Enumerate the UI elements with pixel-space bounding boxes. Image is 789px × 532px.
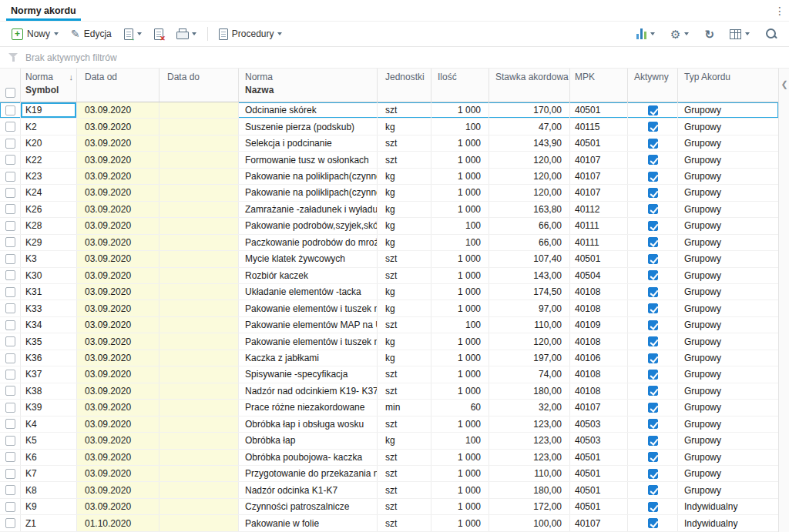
cell-data-od[interactable]: 03.09.2020 <box>77 366 159 382</box>
cell-typ-akordu[interactable]: Grupowy <box>678 218 778 233</box>
column-layout-button[interactable] <box>724 26 755 42</box>
cell-data-do[interactable] <box>159 251 239 266</box>
cell-ilosc[interactable]: 1 000 <box>431 251 489 266</box>
cell-mpk[interactable]: 40108 <box>570 333 628 349</box>
cell-stawka-akordowa[interactable]: 180,00 <box>489 383 570 399</box>
cell-nazwa[interactable]: Spisywanie -specyfikacja <box>239 366 378 382</box>
cell-data-od[interactable]: 03.09.2020 <box>77 202 159 217</box>
cell-stawka-akordowa[interactable]: 110,00 <box>489 317 570 333</box>
row-select-checkbox[interactable] <box>5 139 15 149</box>
cell-stawka-akordowa[interactable]: 47,00 <box>489 119 570 134</box>
cell-mpk[interactable]: 40501 <box>570 450 628 465</box>
table-row[interactable]: K23 03.09.2020 Pakowanie na poliklipach(… <box>0 169 778 185</box>
cell-data-od[interactable]: 03.09.2020 <box>77 466 159 481</box>
aktywny-checkbox[interactable] <box>648 502 658 512</box>
cell-mpk[interactable]: 40501 <box>570 251 628 266</box>
cell-data-od[interactable]: 03.09.2020 <box>77 169 159 184</box>
table-row[interactable]: K19 03.09.2020 Odcinanie skórek szt 1 00… <box>0 102 778 119</box>
cell-ilosc[interactable]: 100 <box>431 317 489 333</box>
row-select-checkbox[interactable] <box>5 188 15 198</box>
table-row[interactable]: K24 03.09.2020 Pakowanie na poliklipach(… <box>0 185 778 201</box>
cell-stawka-akordowa[interactable]: 143,00 <box>489 268 570 283</box>
cell-nazwa[interactable]: Zamrażanie -załadunek i wyładun <box>239 202 378 217</box>
cell-data-do[interactable] <box>159 333 239 349</box>
cell-typ-akordu[interactable]: Grupowy <box>678 102 778 118</box>
sort-desc-icon[interactable]: ↓ <box>69 72 74 82</box>
cell-typ-akordu[interactable]: Grupowy <box>678 284 778 299</box>
aktywny-checkbox[interactable] <box>648 105 658 115</box>
row-select-checkbox[interactable] <box>5 485 15 495</box>
cell-nazwa[interactable]: Obróbka łap <box>239 433 378 448</box>
col-header-typ-akordu[interactable]: Typ Akordu <box>678 69 778 102</box>
cell-mpk[interactable]: 40108 <box>570 366 628 382</box>
cell-stawka-akordowa[interactable]: 97,00 <box>489 300 570 316</box>
cell-typ-akordu[interactable]: Grupowy <box>678 119 778 134</box>
cell-nazwa[interactable]: Pakowanie elementów i tuszek na <box>239 333 378 349</box>
row-select-checkbox[interactable] <box>5 419 15 429</box>
cell-data-od[interactable]: 03.09.2020 <box>77 450 159 465</box>
cell-jednostki[interactable]: szt <box>378 317 431 333</box>
cell-ilosc[interactable]: 100 <box>431 235 489 250</box>
cell-ilosc[interactable]: 1 000 <box>431 333 489 349</box>
cell-data-do[interactable] <box>159 515 239 530</box>
row-select-checkbox[interactable] <box>5 270 15 280</box>
table-row[interactable]: K38 03.09.2020 Nadzór nad odcinkiem K19-… <box>0 383 778 400</box>
chart-button[interactable] <box>631 25 660 42</box>
cell-nazwa[interactable]: Suszenie pierza (podskub) <box>239 119 378 134</box>
cell-data-do[interactable] <box>159 169 239 184</box>
cell-stawka-akordowa[interactable]: 66,00 <box>489 218 570 233</box>
cell-symbol[interactable]: K39 <box>21 400 77 415</box>
cell-data-do[interactable] <box>159 499 239 514</box>
cell-nazwa[interactable]: Formowanie tusz w osłonkach <box>239 152 378 167</box>
cell-jednostki[interactable]: kg <box>378 202 431 217</box>
table-row[interactable]: K36 03.09.2020 Kaczka z jabłkami kg 1 00… <box>0 350 778 366</box>
aktywny-checkbox[interactable] <box>648 122 658 132</box>
cell-jednostki[interactable]: szt <box>378 450 431 465</box>
cell-data-od[interactable]: 03.09.2020 <box>77 417 159 432</box>
cell-mpk[interactable]: 40501 <box>570 499 628 514</box>
aktywny-checkbox[interactable] <box>648 237 658 247</box>
cell-mpk[interactable]: 40107 <box>570 185 628 200</box>
cell-data-do[interactable] <box>159 300 239 316</box>
cell-stawka-akordowa[interactable]: 123,00 <box>489 433 570 448</box>
cell-stawka-akordowa[interactable]: 180,00 <box>489 482 570 497</box>
cell-mpk[interactable]: 40109 <box>570 317 628 333</box>
cell-data-do[interactable] <box>159 136 239 151</box>
row-select-checkbox[interactable] <box>5 172 15 182</box>
aktywny-checkbox[interactable] <box>648 386 658 396</box>
cell-typ-akordu[interactable]: Grupowy <box>678 383 778 399</box>
cell-typ-akordu[interactable]: Grupowy <box>678 317 778 333</box>
cell-data-od[interactable]: 03.09.2020 <box>77 383 159 399</box>
aktywny-checkbox[interactable] <box>648 221 658 231</box>
row-select-checkbox[interactable] <box>5 370 15 380</box>
cell-symbol[interactable]: K5 <box>21 433 77 448</box>
cell-nazwa[interactable]: Selekcja i podcinanie <box>239 136 378 151</box>
cell-data-od[interactable]: 03.09.2020 <box>77 433 159 448</box>
cell-jednostki[interactable]: szt <box>378 499 431 514</box>
cell-mpk[interactable]: 40501 <box>570 482 628 497</box>
cell-symbol[interactable]: K2 <box>21 119 77 134</box>
cell-symbol[interactable]: Z1 <box>21 515 77 530</box>
aktywny-checkbox[interactable] <box>648 270 658 280</box>
aktywny-checkbox[interactable] <box>648 403 658 413</box>
cell-jednostki[interactable]: szt <box>378 366 431 382</box>
cell-data-od[interactable]: 03.09.2020 <box>77 300 159 316</box>
row-select-checkbox[interactable] <box>5 204 15 214</box>
cell-ilosc[interactable]: 1 000 <box>431 300 489 316</box>
row-select-checkbox[interactable] <box>5 122 15 132</box>
cell-ilosc[interactable]: 100 <box>431 218 489 233</box>
cell-data-od[interactable]: 03.09.2020 <box>77 333 159 349</box>
aktywny-checkbox[interactable] <box>648 303 658 313</box>
aktywny-checkbox[interactable] <box>648 419 658 429</box>
cell-nazwa[interactable]: Odcinanie skórek <box>239 102 378 118</box>
cell-stawka-akordowa[interactable]: 172,00 <box>489 499 570 514</box>
cell-typ-akordu[interactable]: Grupowy <box>678 136 778 151</box>
cell-jednostki[interactable]: kg <box>378 218 431 233</box>
cell-symbol[interactable]: K30 <box>21 268 77 283</box>
tab-normy-akordu[interactable]: Normy akordu <box>0 0 87 21</box>
cell-symbol[interactable]: K22 <box>21 152 77 167</box>
cell-data-do[interactable] <box>159 102 239 118</box>
cell-nazwa[interactable]: Pakowanie elementów MAP na Ul <box>239 317 378 333</box>
cell-mpk[interactable]: 40501 <box>570 466 628 481</box>
cell-jednostki[interactable]: szt <box>378 102 431 118</box>
